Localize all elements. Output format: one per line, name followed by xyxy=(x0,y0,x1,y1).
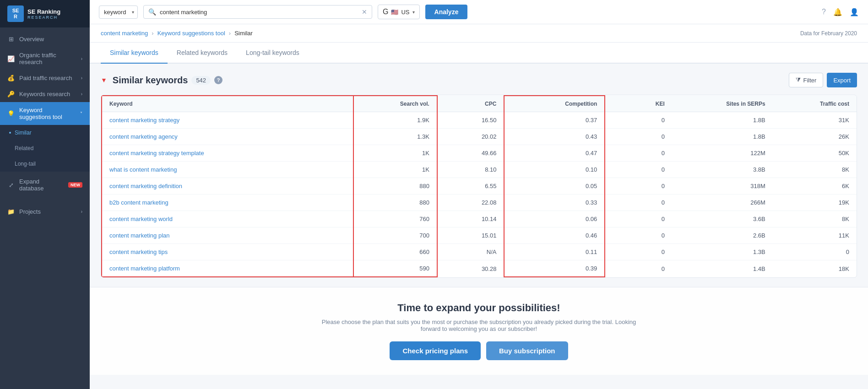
sidebar-item-projects[interactable]: 📁 Projects › xyxy=(0,204,90,220)
paid-icon: 💰 xyxy=(7,75,15,81)
breadcrumb-item-keyword[interactable]: content marketing xyxy=(101,30,148,37)
filter-button[interactable]: ⧩ Filter xyxy=(789,73,824,87)
sidebar-sub-label: Long-tail xyxy=(15,161,82,167)
table-row: what is content marketing 1K 8.10 0.10 0… xyxy=(102,162,857,178)
analyze-button[interactable]: Analyze xyxy=(425,5,468,19)
sidebar-item-keywords[interactable]: 🔑 Keywords research › xyxy=(0,86,90,102)
check-pricing-button[interactable]: Check pricing plans xyxy=(390,341,481,360)
cpc-cell: 22.08 xyxy=(437,194,505,211)
keyword-link[interactable]: content marketing plan xyxy=(109,232,170,239)
projects-icon: 📁 xyxy=(7,208,15,215)
clear-icon[interactable]: ✕ xyxy=(362,8,367,16)
competition-cell: 0.33 xyxy=(504,194,605,211)
google-icon: G xyxy=(383,8,388,16)
sidebar-item-similar[interactable]: Similar xyxy=(0,125,90,140)
table-wrapper: Keyword Search vol. CPC Competition KEI … xyxy=(101,95,857,278)
kei-cell: 0 xyxy=(605,129,672,145)
cpc-cell: 49.66 xyxy=(437,145,505,162)
suggestions-icon: 💡 xyxy=(7,110,15,117)
sidebar-item-expand-database[interactable]: ⤢ Expand database NEW xyxy=(0,173,90,196)
sites-serps-cell: 266M xyxy=(672,194,773,211)
sidebar-item-keyword-suggestions[interactable]: 💡 Keyword suggestions tool ˅ xyxy=(0,102,90,125)
cpc-cell: 20.02 xyxy=(437,129,505,145)
search-input[interactable] xyxy=(160,9,358,16)
region-selector[interactable]: G 🇺🇸 US ▾ xyxy=(378,5,420,19)
competition-cell: 0.10 xyxy=(504,162,605,178)
col-header-search-vol: Search vol. xyxy=(353,96,437,112)
sidebar-item-overview[interactable]: ⊞ Overview xyxy=(0,31,90,47)
sidebar-item-label: Paid traffic research xyxy=(19,75,76,81)
keyword-link[interactable]: b2b content marketing xyxy=(109,199,168,206)
sidebar-item-label: Organic traffic research xyxy=(19,52,76,65)
search-vol-cell: 660 xyxy=(353,244,437,260)
cta-overlay: Time to expand your possibilities! Pleas… xyxy=(90,287,868,375)
breadcrumb: content marketing › Keyword suggestions … xyxy=(90,24,868,43)
search-vol-cell: 1K xyxy=(353,162,437,178)
sidebar-sub-label: Related xyxy=(15,145,82,151)
keyword-link[interactable]: content marketing agency xyxy=(109,133,178,140)
sites-serps-cell: 1.8B xyxy=(672,129,773,145)
cta-buttons: Check pricing plans Buy subscription xyxy=(99,341,859,360)
kei-cell: 0 xyxy=(605,112,672,129)
sidebar-item-label: Overview xyxy=(19,36,82,43)
filter-icon: ⧩ xyxy=(796,76,801,84)
search-type-wrapper: keyword xyxy=(99,5,138,19)
export-button[interactable]: Export xyxy=(827,73,857,87)
keyword-link[interactable]: content marketing strategy template xyxy=(109,150,204,157)
tab-similar-keywords[interactable]: Similar keywords xyxy=(101,43,168,64)
traffic-cost-cell: 18K xyxy=(773,260,857,277)
search-bar: 🔍 ✕ xyxy=(143,5,372,19)
keyword-link[interactable]: content marketing strategy xyxy=(109,117,179,124)
traffic-cost-cell: 50K xyxy=(773,145,857,162)
keyword-link[interactable]: content marketing tips xyxy=(109,249,168,255)
info-icon[interactable]: ? xyxy=(214,76,222,84)
competition-cell: 0.47 xyxy=(504,145,605,162)
sidebar-item-longtail[interactable]: Long-tail xyxy=(0,156,90,172)
sidebar-item-related[interactable]: Related xyxy=(0,140,90,156)
sites-serps-cell: 1.8B xyxy=(672,112,773,129)
sidebar-item-label: Keyword suggestions tool xyxy=(19,107,76,120)
topbar-icons: ? 🔔 👤 xyxy=(822,8,859,16)
keyword-link[interactable]: content marketing definition xyxy=(109,183,182,189)
user-icon[interactable]: 👤 xyxy=(850,8,859,16)
competition-cell: 0.37 xyxy=(504,112,605,129)
tab-related-keywords[interactable]: Related keywords xyxy=(168,43,237,64)
data-table: Keyword Search vol. CPC Competition KEI … xyxy=(101,95,857,278)
competition-cell: 0.39 xyxy=(504,260,605,277)
keyword-cell: b2b content marketing xyxy=(102,194,353,211)
sidebar-item-organic[interactable]: 📈 Organic traffic research › xyxy=(0,47,90,70)
breadcrumb-item-tool[interactable]: Keyword suggestions tool xyxy=(157,30,225,37)
sites-serps-cell: 3.6B xyxy=(672,211,773,227)
keyword-link[interactable]: content marketing world xyxy=(109,216,173,222)
content-area: content marketing › Keyword suggestions … xyxy=(90,24,868,389)
sidebar-item-paid[interactable]: 💰 Paid traffic research › xyxy=(0,70,90,86)
cpc-cell: 16.50 xyxy=(437,112,505,129)
cpc-cell: 10.14 xyxy=(437,211,505,227)
logo-text: SE Ranking RESEARCH xyxy=(27,8,60,20)
sites-serps-cell: 318M xyxy=(672,178,773,194)
main-content: keyword 🔍 ✕ G 🇺🇸 US ▾ Analyze ? 🔔 👤 cont… xyxy=(90,0,868,389)
search-vol-cell: 880 xyxy=(353,178,437,194)
sites-serps-cell: 2.6B xyxy=(672,227,773,244)
flag-icon: 🇺🇸 xyxy=(391,9,398,16)
search-type-select[interactable]: keyword xyxy=(99,5,138,19)
tab-longtail-keywords[interactable]: Long-tail keywords xyxy=(237,43,309,64)
keyword-cell: content marketing tips xyxy=(102,244,353,260)
col-header-sites-serps: Sites in SERPs xyxy=(672,96,773,112)
table-row: content marketing plan 700 15.01 0.46 0 … xyxy=(102,227,857,244)
table-section: ▼ Similar keywords 542 ? ⧩ Filter Export xyxy=(90,64,868,287)
kei-cell: 0 xyxy=(605,145,672,162)
keyword-cell: content marketing plan xyxy=(102,227,353,244)
expand-label: Expand database xyxy=(19,178,64,192)
keyword-link[interactable]: content marketing platform xyxy=(109,265,180,272)
help-icon[interactable]: ? xyxy=(822,8,826,16)
notifications-icon[interactable]: 🔔 xyxy=(833,8,842,16)
table-row: b2b content marketing 880 22.08 0.33 0 2… xyxy=(102,194,857,211)
section-title: Similar keywords 542 ? xyxy=(113,75,222,86)
table-row: content marketing strategy 1.9K 16.50 0.… xyxy=(102,112,857,129)
traffic-cost-cell: 31K xyxy=(773,112,857,129)
search-vol-cell: 1.3K xyxy=(353,129,437,145)
buy-subscription-button[interactable]: Buy subscription xyxy=(486,341,568,360)
section-header: ▼ Similar keywords 542 ? ⧩ Filter Export xyxy=(101,73,857,87)
keyword-link[interactable]: what is content marketing xyxy=(109,166,177,173)
